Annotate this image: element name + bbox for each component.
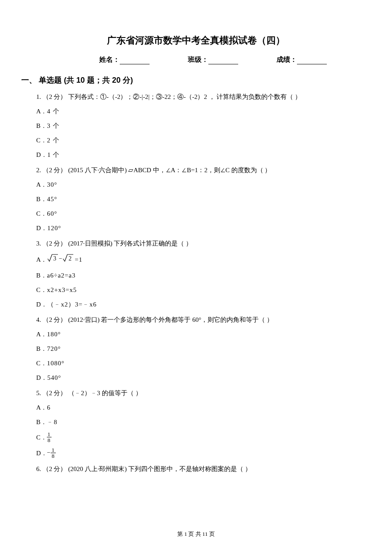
class-field: 班级： — [188, 55, 238, 64]
question-1-option-d: D . 1 个 — [36, 150, 366, 160]
question-5-option-d: D . − 1 8 — [36, 447, 366, 459]
exam-title: 广东省河源市数学中考全真模拟试卷（四） — [26, 34, 366, 47]
question-5-option-d-prefix: D . — [36, 448, 45, 458]
question-4: 4. （2 分） (2012·营口) 若一个多边形的每个外角都等于 60°，则它… — [36, 315, 366, 383]
svg-text:3: 3 — [53, 255, 57, 262]
fraction-denominator: 8 — [51, 453, 56, 459]
fraction-icon: 1 8 — [47, 431, 52, 443]
fraction-numerator: 1 — [47, 431, 52, 437]
section-1-header: 一、 单选题 (共 10 题；共 20 分) — [21, 75, 366, 85]
question-2-option-c: C . 60° — [36, 208, 366, 219]
fraction-denominator: 8 — [47, 437, 52, 443]
question-2-option-b: B . 45° — [36, 194, 366, 204]
question-3-option-a-suffix: =1 — [75, 254, 83, 265]
question-6-text: 6. （2 分） (2020 八上·邳州期末) 下列四个图形中，不是轴对称图案的… — [36, 464, 366, 474]
question-3-option-c: C . x2+x3=x5 — [36, 285, 366, 295]
question-2: 2. （2 分） (2015 八下·六合期中) ▱ABCD 中，∠A：∠B=1：… — [36, 165, 366, 233]
negative-fraction-icon: − 1 8 — [47, 447, 55, 459]
question-1-option-c: C . 2 个 — [36, 135, 366, 145]
score-label: 成绩： — [277, 56, 297, 63]
fraction-numerator: 1 — [51, 447, 56, 453]
question-3-option-d: D . （﹣x2）3=﹣x6 — [36, 299, 366, 309]
question-3-option-a: A . 3 − 2 =1 — [36, 253, 366, 266]
question-2-option-a: A . 30° — [36, 179, 366, 190]
question-6: 6. （2 分） (2020 八上·邳州期末) 下列四个图形中，不是轴对称图案的… — [36, 464, 366, 474]
question-4-option-c: C . 1080° — [36, 358, 366, 368]
svg-text:2: 2 — [69, 255, 72, 262]
question-3: 3. （2 分） (2017·日照模拟) 下列各式计算正确的是（ ） A . 3… — [36, 238, 366, 309]
name-field: 姓名： — [99, 55, 150, 64]
fraction-icon: 1 8 — [51, 447, 56, 459]
question-1-option-b: B . 3 个 — [36, 121, 366, 131]
question-4-text: 4. （2 分） (2012·营口) 若一个多边形的每个外角都等于 60°，则它… — [36, 315, 366, 325]
question-5-text: 5. （2 分） （﹣2）﹣3 的值等于（ ） — [36, 388, 366, 398]
question-5-option-c-prefix: C . — [36, 432, 45, 442]
score-field: 成绩： — [277, 55, 327, 64]
name-blank[interactable] — [120, 58, 150, 64]
question-4-option-a: A . 180° — [36, 329, 366, 339]
score-blank[interactable] — [297, 58, 327, 64]
question-1: 1. （2 分） 下列各式：①-（-2）；②-|-2|；③-22；④-（-2）2… — [36, 92, 366, 160]
question-3-option-a-prefix: A . — [36, 254, 45, 265]
question-4-option-b: B . 720° — [36, 344, 366, 354]
class-blank[interactable] — [208, 58, 238, 64]
sqrt-expression-icon: 3 − 2 — [47, 253, 73, 266]
minus-sign: − — [47, 448, 51, 457]
info-line: 姓名： 班级： 成绩： — [26, 55, 366, 64]
question-4-option-d: D . 540° — [36, 373, 366, 383]
question-5-option-c: C . 1 8 — [36, 431, 366, 443]
question-2-option-d: D . 120° — [36, 223, 366, 233]
question-1-option-a: A . 4 个 — [36, 106, 366, 116]
svg-text:−: − — [59, 255, 63, 262]
question-5: 5. （2 分） （﹣2）﹣3 的值等于（ ） A . 6 B . ﹣8 C .… — [36, 388, 366, 459]
name-label: 姓名： — [99, 56, 120, 63]
question-3-text: 3. （2 分） (2017·日照模拟) 下列各式计算正确的是（ ） — [36, 238, 366, 249]
question-3-option-b: B . a6÷a2=a3 — [36, 270, 366, 280]
question-2-text: 2. （2 分） (2015 八下·六合期中) ▱ABCD 中，∠A：∠B=1：… — [36, 165, 366, 175]
class-label: 班级： — [188, 56, 208, 63]
question-1-text: 1. （2 分） 下列各式：①-（-2）；②-|-2|；③-22；④-（-2）2… — [36, 92, 366, 102]
question-5-option-b: B . ﹣8 — [36, 417, 366, 427]
page-footer: 第 1 页 共 11 页 — [0, 530, 392, 538]
question-5-option-a: A . 6 — [36, 402, 366, 413]
